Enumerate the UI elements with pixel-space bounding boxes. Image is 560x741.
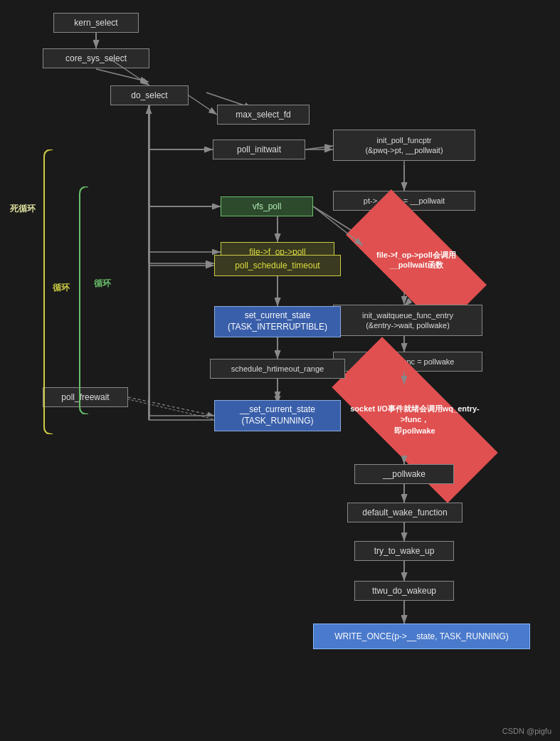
do-select-box: do_select	[110, 85, 189, 105]
svg-line-3	[96, 69, 149, 82]
pollwake-box: __pollwake	[354, 464, 454, 484]
svg-line-38	[305, 146, 333, 149]
watermark: CSDN @pigfu	[502, 727, 551, 735]
green-brace	[78, 186, 91, 414]
svg-line-55	[128, 397, 214, 416]
loop1-label: 循环	[53, 282, 70, 294]
poll-initwait-box: poll_initwait	[213, 140, 305, 159]
dead-loop-label: 死循环	[10, 203, 36, 215]
schedule-hrtimeout-box: schedule_hrtimeout_range	[210, 359, 345, 379]
poll-schedule-timeout-box: poll_schedule_timeout	[214, 255, 341, 276]
loop2-label: 循环	[94, 278, 111, 290]
file-diamond: file->f_op->poll会调用 __pollwait函数	[349, 228, 484, 292]
socket-diamond: socket I/O事件就绪会调用wq_entry->func， 即pollwa…	[333, 384, 497, 456]
max-select-fd-box: max_select_fd	[217, 105, 310, 125]
ttwu-do-wakeup-box: ttwu_do_wakeup	[354, 581, 454, 601]
default-wake-function-box: default_wake_function	[347, 503, 463, 522]
svg-line-32	[189, 95, 217, 115]
init-poll-funcptr-box: init_poll_funcptr (&pwq->pt, __pollwait)	[333, 130, 475, 161]
core-sys-select-box: core_sys_select	[43, 48, 149, 68]
diagram: kern_select core_sys_select do_select ma…	[0, 0, 560, 741]
set-current-state2-box: __set_current_state (TASK_RUNNING)	[214, 400, 341, 431]
kern-select-box: kern_select	[53, 13, 139, 33]
vfs-poll-box: vfs_poll	[221, 196, 313, 216]
write-once-box: WRITE_ONCE(p->__state, TASK_RUNNING)	[313, 624, 530, 649]
try-to-wake-up-box: try_to_wake_up	[354, 541, 454, 561]
set-current-state-box: set_current_state (TASK_INTERRUPTIBLE)	[214, 306, 341, 337]
init-waitqueue-box: init_waitqueue_func_entry (&entry->wait,…	[333, 305, 482, 336]
